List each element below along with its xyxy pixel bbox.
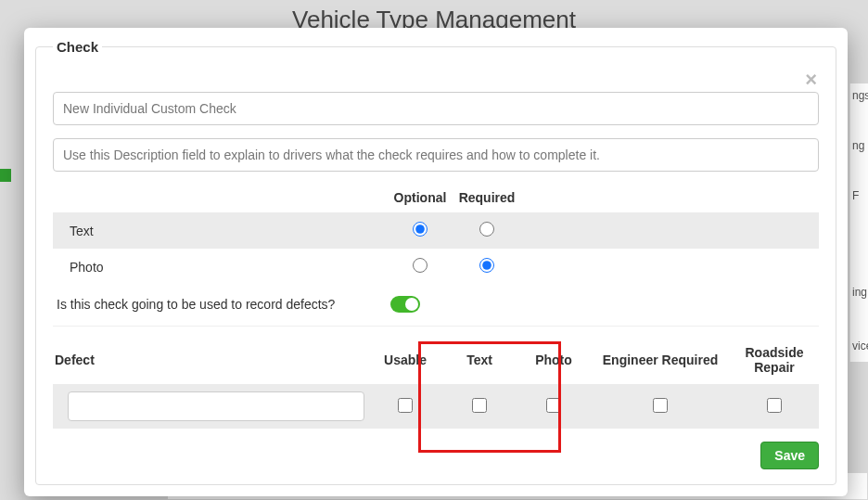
usable-checkbox[interactable]: [398, 398, 413, 413]
requirement-table: Optional Required Text Photo: [53, 183, 819, 285]
save-button[interactable]: Save: [760, 442, 819, 469]
defect-toggle-row: Is this check going to be used to record…: [53, 285, 819, 327]
defect-name-input[interactable]: [68, 391, 364, 421]
check-name-input[interactable]: [53, 92, 819, 125]
col-required: Required: [453, 183, 520, 212]
text-optional-radio[interactable]: [413, 222, 428, 237]
check-modal: Check × Optional Required Text: [24, 28, 848, 496]
defect-col-label: Defect: [53, 336, 368, 384]
row-label: Text: [53, 212, 387, 249]
close-icon[interactable]: ×: [805, 70, 817, 90]
photo-optional-radio[interactable]: [413, 258, 428, 273]
table-row: Photo: [53, 249, 819, 285]
col-optional: Optional: [387, 183, 453, 212]
table-row: Text: [53, 212, 819, 249]
text-checkbox[interactable]: [472, 398, 487, 413]
photo-checkbox[interactable]: [546, 398, 561, 413]
col-engineer: Engineer Required: [591, 336, 730, 384]
col-roadside: Roadside Repair: [730, 336, 819, 384]
defect-question: Is this check going to be used to record…: [57, 297, 335, 312]
defect-toggle[interactable]: [390, 296, 420, 313]
defect-table: Defect Usable Text Photo Engineer Requir…: [53, 336, 819, 429]
text-required-radio[interactable]: [479, 222, 494, 237]
check-legend: Check: [53, 39, 102, 55]
roadside-checkbox[interactable]: [767, 398, 782, 413]
sidebar-fragment: [0, 169, 11, 182]
check-fieldset: Check × Optional Required Text: [35, 39, 836, 485]
engineer-checkbox[interactable]: [653, 398, 668, 413]
row-label: Photo: [53, 249, 387, 285]
check-description-input[interactable]: [53, 138, 819, 172]
col-usable: Usable: [368, 336, 442, 384]
photo-required-radio[interactable]: [479, 258, 494, 273]
right-sidebar-fragment: ngs ng F ing vice 6 w sal: [849, 83, 868, 362]
col-photo: Photo: [517, 336, 591, 384]
col-text: Text: [442, 336, 517, 384]
defect-row: [53, 384, 819, 429]
